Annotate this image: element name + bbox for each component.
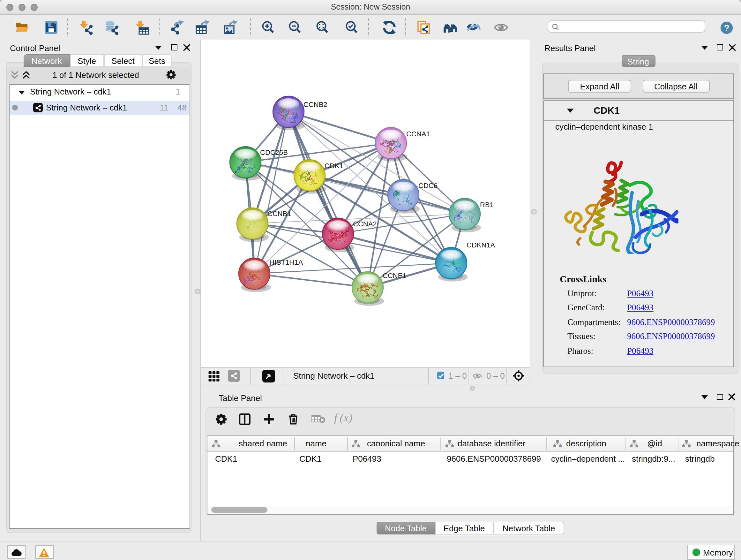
svg-text:HIST1H1A: HIST1H1A [269, 258, 302, 266]
svg-text:?: ? [724, 23, 729, 33]
svg-text:CDC6: CDC6 [418, 182, 437, 190]
svg-text:CCNB2: CCNB2 [303, 101, 327, 109]
svg-text:CCNA1: CCNA1 [406, 130, 430, 138]
svg-text:CCNA2: CCNA2 [353, 220, 377, 228]
svg-text:CDC25B: CDC25B [260, 148, 287, 157]
svg-text:RB1: RB1 [480, 201, 493, 209]
svg-text:CCNB1: CCNB1 [267, 210, 291, 218]
svg-text:CDKN1A: CDKN1A [466, 241, 495, 249]
svg-text:CCNE1: CCNE1 [382, 272, 406, 280]
svg-text:CDK1: CDK1 [324, 162, 343, 170]
